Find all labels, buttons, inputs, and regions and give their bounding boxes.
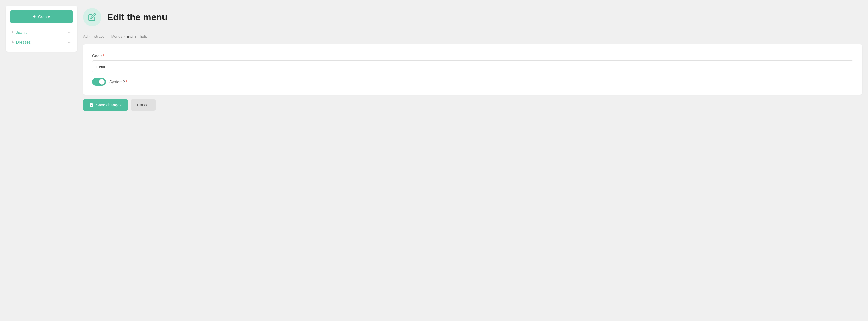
breadcrumb-main[interactable]: main <box>127 34 135 39</box>
breadcrumb: Administration › Menus › main › Edit <box>83 33 862 40</box>
create-button[interactable]: + Create <box>10 10 73 23</box>
sidebar-item-label: Dresses <box>16 40 31 45</box>
sidebar-item-menu-jeans[interactable]: ··· <box>68 30 71 35</box>
required-star: * <box>102 54 104 58</box>
breadcrumb-edit: Edit <box>141 34 147 39</box>
main-content: Edit the menu Administration › Menus › m… <box>83 6 862 315</box>
code-label: Code * <box>92 54 853 58</box>
sidebar-item-menu-dresses[interactable]: ··· <box>68 40 71 45</box>
sidebar: + Create └ Jeans ··· └ Dresses ··· <box>6 6 77 52</box>
page-title: Edit the menu <box>107 12 168 23</box>
arrow-icon: └ <box>11 41 14 44</box>
breadcrumb-administration[interactable]: Administration <box>83 34 106 39</box>
breadcrumb-sep: › <box>124 34 125 39</box>
save-icon <box>89 103 94 107</box>
plus-icon: + <box>33 14 36 20</box>
action-buttons: Save changes Cancel <box>83 99 862 111</box>
breadcrumb-sep: › <box>137 34 138 39</box>
sidebar-item-dresses[interactable]: └ Dresses ··· <box>10 37 73 47</box>
code-input[interactable] <box>92 60 853 72</box>
page-header: Edit the menu <box>83 6 862 29</box>
save-label: Save changes <box>96 103 122 107</box>
page-icon-circle <box>83 8 101 26</box>
system-toggle-group: System? * <box>92 78 853 86</box>
sidebar-item-label: Jeans <box>16 30 27 35</box>
breadcrumb-sep: › <box>108 34 109 39</box>
create-label: Create <box>38 14 50 19</box>
cancel-button[interactable]: Cancel <box>131 99 156 111</box>
breadcrumb-menus[interactable]: Menus <box>111 34 122 39</box>
sidebar-item-jeans[interactable]: └ Jeans ··· <box>10 28 73 37</box>
form-card: Code * System? * <box>83 44 862 95</box>
toggle-track <box>92 78 106 86</box>
arrow-icon: └ <box>11 31 14 34</box>
edit-icon <box>88 13 96 21</box>
form-group-code: Code * <box>92 54 853 72</box>
system-label: System? * <box>109 79 127 84</box>
cancel-label: Cancel <box>137 103 150 107</box>
required-star: * <box>126 79 127 84</box>
toggle-thumb <box>99 79 105 85</box>
system-toggle[interactable] <box>92 78 106 86</box>
save-button[interactable]: Save changes <box>83 99 128 111</box>
